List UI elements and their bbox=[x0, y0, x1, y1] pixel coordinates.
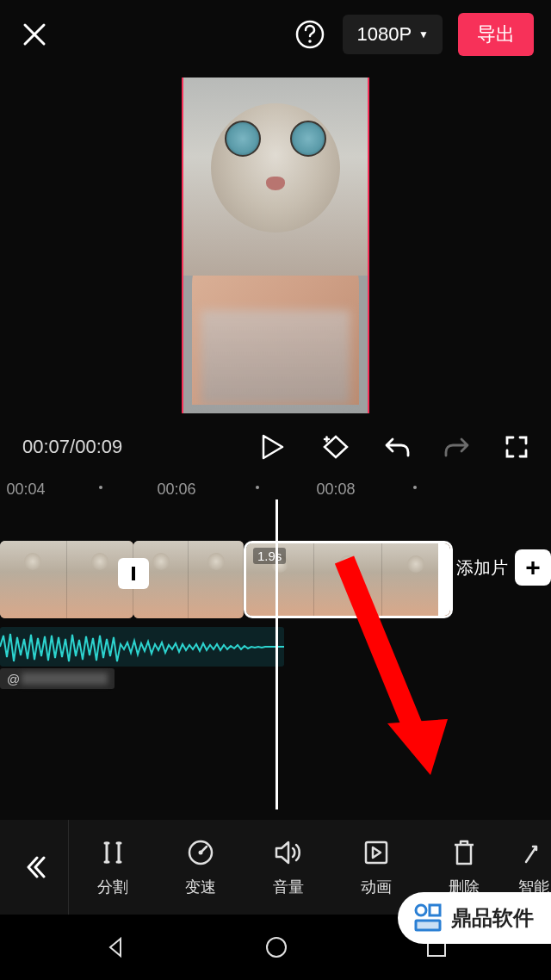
keyframe-button[interactable] bbox=[319, 434, 350, 460]
undo-button[interactable] bbox=[384, 436, 410, 458]
add-clip-button[interactable]: + bbox=[515, 549, 551, 586]
split-icon bbox=[98, 837, 127, 868]
redo-button[interactable] bbox=[444, 436, 470, 458]
tool-delete[interactable]: 删除 bbox=[420, 837, 508, 897]
video-frame bbox=[182, 78, 369, 413]
back-button[interactable] bbox=[103, 935, 127, 959]
svg-rect-10 bbox=[430, 905, 440, 915]
video-preview[interactable] bbox=[0, 78, 551, 413]
user-tag[interactable]: @ bbox=[0, 668, 115, 689]
chevron-down-icon: ▼ bbox=[418, 28, 429, 40]
svg-point-1 bbox=[309, 40, 313, 43]
export-button[interactable]: 导出 bbox=[458, 13, 534, 56]
watermark-logo-icon bbox=[412, 902, 444, 934]
svg-point-9 bbox=[416, 905, 426, 915]
tool-speed[interactable]: 变速 bbox=[157, 837, 245, 897]
animation-icon bbox=[362, 837, 391, 868]
collapse-toolbar-button[interactable] bbox=[0, 820, 69, 915]
ruler-mark: 00:08 bbox=[316, 481, 355, 499]
transition-button[interactable] bbox=[118, 558, 149, 589]
ruler-mark: 00:06 bbox=[157, 481, 195, 499]
svg-rect-6 bbox=[366, 842, 387, 863]
help-button[interactable] bbox=[293, 17, 327, 52]
timeline[interactable]: 1.9s 添加片 + @ bbox=[0, 499, 551, 809]
play-button[interactable] bbox=[260, 434, 284, 460]
watermark: 鼎品软件 bbox=[398, 892, 551, 944]
clip[interactable] bbox=[133, 541, 244, 618]
add-clip-label: 添加片 bbox=[456, 556, 508, 580]
delete-icon bbox=[450, 837, 478, 868]
volume-icon bbox=[273, 837, 304, 868]
smart-icon bbox=[521, 837, 547, 868]
trim-handle-right[interactable] bbox=[438, 543, 450, 616]
svg-point-7 bbox=[267, 938, 286, 957]
timecode: 00:07/00:09 bbox=[22, 436, 122, 458]
home-button[interactable] bbox=[264, 935, 288, 959]
svg-rect-12 bbox=[416, 921, 440, 930]
close-button[interactable] bbox=[17, 17, 52, 52]
tool-animation[interactable]: 动画 bbox=[332, 837, 420, 897]
speed-icon bbox=[186, 837, 215, 868]
tool-split[interactable]: 分割 bbox=[69, 837, 157, 897]
tool-label: 音量 bbox=[273, 877, 304, 897]
playhead[interactable] bbox=[276, 499, 278, 809]
fullscreen-button[interactable] bbox=[505, 435, 529, 459]
tool-label: 动画 bbox=[361, 877, 392, 897]
resolution-select[interactable]: 1080P ▼ bbox=[343, 15, 443, 54]
svg-rect-2 bbox=[132, 567, 135, 580]
clip-duration: 1.9s bbox=[253, 548, 286, 564]
ruler-mark: 00:04 bbox=[6, 481, 45, 499]
resolution-label: 1080P bbox=[356, 23, 412, 46]
tool-label: 分割 bbox=[97, 877, 128, 897]
svg-point-5 bbox=[199, 851, 203, 855]
tool-smart[interactable]: 智能 bbox=[508, 837, 551, 897]
watermark-text: 鼎品软件 bbox=[451, 904, 534, 932]
audio-track[interactable] bbox=[0, 627, 284, 667]
tool-volume[interactable]: 音量 bbox=[245, 837, 332, 897]
tool-label: 变速 bbox=[185, 877, 216, 897]
clip[interactable] bbox=[0, 541, 133, 618]
